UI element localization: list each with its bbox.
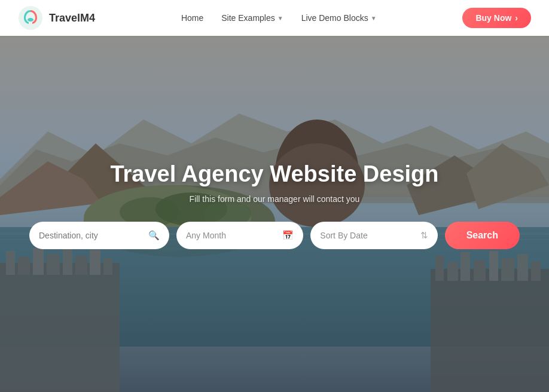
search-button[interactable]: Search	[445, 222, 520, 249]
logo-area: TravelM4	[18, 5, 95, 30]
buy-now-button[interactable]: Buy Now ›	[462, 8, 531, 28]
nav: Home Site Examples ▼ Live Demo Blocks ▼	[181, 13, 377, 23]
nav-home[interactable]: Home	[181, 13, 203, 23]
nav-site-examples[interactable]: Site Examples ▼	[221, 13, 283, 23]
logo-text: TravelM4	[49, 12, 95, 24]
hero-subtitle: Fill this form and our manager will cont…	[190, 194, 360, 204]
sort-icon: ⇅	[420, 230, 428, 241]
svg-point-1	[28, 18, 33, 22]
month-label: Any Month	[186, 231, 277, 240]
logo-icon	[18, 5, 43, 30]
sort-label: Sort By Date	[320, 231, 415, 240]
destination-input[interactable]	[39, 231, 144, 240]
destination-field[interactable]: 🔍	[29, 222, 169, 249]
header: TravelM4 Home Site Examples ▼ Live Demo …	[0, 0, 549, 36]
site-examples-dropdown-icon: ▼	[277, 15, 283, 22]
hero-content: Travel Agency Website Design Fill this f…	[0, 0, 549, 392]
hero-title: Travel Agency Website Design	[110, 161, 438, 187]
search-bar: 🔍 Any Month 📅 Sort By Date ⇅ Search	[29, 222, 520, 249]
calendar-icon: 📅	[282, 230, 294, 241]
hero-section: Travel Agency Website Design Fill this f…	[0, 0, 549, 392]
search-icon: 🔍	[148, 230, 160, 241]
nav-live-demo-blocks[interactable]: Live Demo Blocks ▼	[301, 13, 377, 23]
chevron-right-icon: ›	[515, 13, 518, 23]
live-demo-dropdown-icon: ▼	[371, 15, 377, 22]
sort-field[interactable]: Sort By Date ⇅	[310, 222, 437, 249]
month-field[interactable]: Any Month 📅	[176, 222, 303, 249]
